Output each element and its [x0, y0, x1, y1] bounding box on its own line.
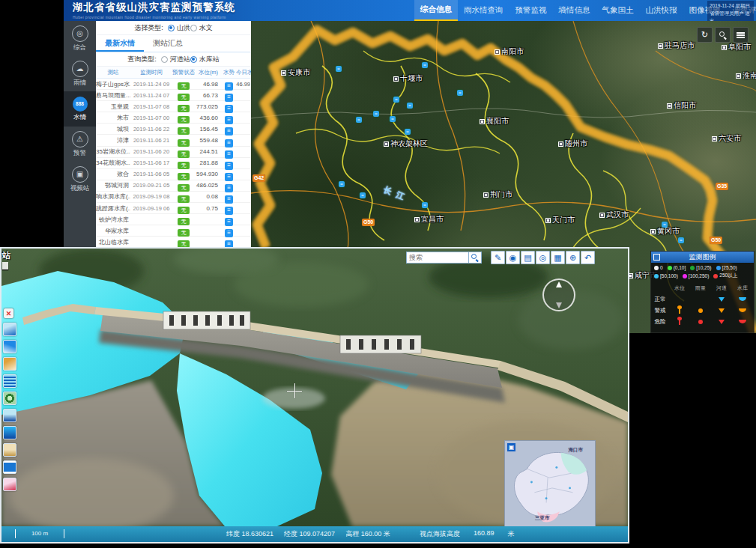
query-radio-1[interactable]: 水库站: [190, 55, 220, 64]
city-label-0: 安康市: [281, 67, 310, 78]
viewer-search-bar: [406, 252, 482, 264]
nav-item-1[interactable]: 雨水情查询: [458, 0, 509, 21]
city-name: 随州市: [565, 138, 587, 149]
rain-level-item: 250以上: [713, 273, 737, 279]
eye-tool[interactable]: ◎: [536, 251, 550, 264]
inset-city-bottom: 三亚市: [535, 515, 550, 522]
sidebar-item-2[interactable]: 888水情: [64, 91, 96, 127]
type-radio-1[interactable]: 水文: [190, 23, 213, 33]
city-label-15: 黄冈市: [650, 226, 680, 237]
view-alt-value: 160.89: [474, 529, 495, 539]
compass[interactable]: [542, 278, 575, 311]
sidebar-item-label: 综合: [73, 43, 86, 52]
rain-level-label: [10,25): [696, 265, 711, 270]
city-label-14: 武汉市: [599, 210, 629, 220]
rain-dot-icon: [713, 274, 718, 278]
scale-bar: 100 m: [15, 529, 64, 538]
status-badge: 无: [178, 240, 190, 247]
map-controls: ↻: [697, 27, 749, 43]
map-search-button[interactable]: [715, 27, 731, 43]
splash-tool[interactable]: [3, 409, 16, 422]
nav-item-3[interactable]: 墒情信息: [553, 0, 596, 21]
station-marker[interactable]: ≈: [422, 62, 428, 68]
nav-item-0[interactable]: 综合信息: [414, 0, 458, 21]
ripple-layer-tool[interactable]: [3, 374, 16, 388]
nav-item-5[interactable]: 山洪快报: [640, 0, 683, 21]
page-title: 湖北省省级山洪灾害监测预警系统: [73, 1, 236, 14]
city-name: 驻马店市: [665, 40, 695, 51]
road-badge-2: G35: [716, 183, 728, 190]
search-input[interactable]: [406, 252, 469, 264]
close-icon[interactable]: ✕: [4, 308, 13, 318]
station-marker[interactable]: ≈: [390, 116, 396, 122]
station-marker[interactable]: ≈: [678, 237, 684, 243]
station-marker[interactable]: ≈: [336, 66, 342, 72]
water-level: 773.025: [195, 103, 222, 110]
road-badge-3: G50: [710, 237, 722, 244]
legend-grid: 水位雨量河道水库正常警戒危险: [651, 282, 754, 327]
view-altitude-readout: 视点海拔高度 160.89 米: [420, 529, 515, 539]
station-marker[interactable]: ≈: [339, 181, 345, 187]
globe-tool[interactable]: ⊕: [566, 251, 580, 264]
sidebar-item-0[interactable]: ◎综合: [64, 21, 96, 56]
station-marker[interactable]: ≈: [356, 117, 362, 123]
legend-col-1: 雨量: [690, 284, 711, 292]
sand-layer-tool[interactable]: [3, 443, 16, 457]
list-tool[interactable]: ▤: [521, 251, 535, 264]
city-label-10: 神农架林区: [384, 138, 428, 149]
layers-button[interactable]: [733, 27, 749, 43]
overview-inset-map[interactable]: ▣ 海口市 三亚市: [504, 440, 596, 527]
inset-toggle-icon[interactable]: ▣: [507, 443, 515, 451]
frame-tool[interactable]: [3, 460, 16, 474]
terrain-layer-tool[interactable]: [3, 357, 16, 371]
camera-tool[interactable]: ◉: [506, 251, 520, 264]
station-marker[interactable]: ≈: [662, 222, 668, 228]
gauge-icon: [679, 319, 680, 325]
sidebar: ◎综合☁雨情888水情⚠预警▣视频站: [64, 21, 96, 247]
monitor-time: 2019-11-07 00: [130, 115, 172, 121]
flood-layer-tool[interactable]: [3, 323, 16, 336]
rotate-view-button[interactable]: ↻: [697, 27, 713, 43]
sidebar-item-1[interactable]: ☁雨情: [64, 56, 96, 91]
station-name: 玉皇观: [96, 103, 130, 111]
sidebar-item-label: 雨情: [73, 79, 86, 88]
chart-tool[interactable]: ▦: [551, 251, 565, 264]
sidebar-item-4[interactable]: ▣视频站: [64, 162, 96, 197]
today-level: 46.99: [236, 81, 251, 88]
station-marker[interactable]: ≈: [422, 202, 428, 208]
station-name: 蔡马坝雨量...: [96, 91, 130, 100]
draw-tool[interactable]: ✎: [491, 251, 505, 264]
station-name: 城坝: [96, 125, 130, 133]
table-row[interactable]: 北山临水库无≡: [96, 237, 251, 247]
rain-dot-icon: [683, 274, 687, 278]
station-marker[interactable]: ≈: [393, 97, 399, 103]
compass-north-icon: [556, 281, 562, 287]
legend-title-bar[interactable]: 监测图例: [651, 252, 754, 263]
tab-1[interactable]: 测站汇总: [144, 35, 192, 52]
tab-0[interactable]: 最新水情: [96, 35, 144, 52]
nav-item-4[interactable]: 气象国土: [596, 0, 640, 21]
profile-tool[interactable]: [3, 478, 16, 491]
rotate-view-tool[interactable]: [3, 340, 16, 353]
sidebar-item-3[interactable]: ⚠预警: [64, 127, 96, 162]
page-subtitle: Hubei provincial mountain flood disaster…: [73, 15, 236, 19]
search-icon[interactable]: [469, 252, 482, 264]
nav-item-2[interactable]: 预警监视: [509, 0, 553, 21]
query-radios: 河道站水库站: [161, 55, 220, 64]
legend-title-text: 监测图例: [689, 252, 716, 262]
radio-dot-icon: [168, 25, 175, 31]
legend-cell: [669, 319, 690, 325]
viewer3d-window[interactable]: 站 ✕ ✎◉▤◎▦⊕↶ ▣ 海口市 三亚市: [0, 247, 629, 544]
station-marker[interactable]: ≈: [457, 90, 463, 96]
query-radio-0[interactable]: 河道站: [161, 55, 190, 64]
water-drop-tool[interactable]: [3, 426, 16, 439]
city-marker-icon: [281, 70, 286, 76]
station-marker[interactable]: ≈: [405, 129, 411, 135]
radar-tool[interactable]: [3, 392, 16, 405]
type-radio-0[interactable]: 山洪: [168, 23, 190, 33]
station-marker[interactable]: ≈: [360, 192, 366, 198]
station-marker[interactable]: ≈: [373, 111, 379, 117]
undo-tool[interactable]: ↶: [581, 251, 595, 264]
station-marker[interactable]: ≈: [407, 103, 413, 109]
legend-row-0: 正常: [651, 293, 754, 305]
